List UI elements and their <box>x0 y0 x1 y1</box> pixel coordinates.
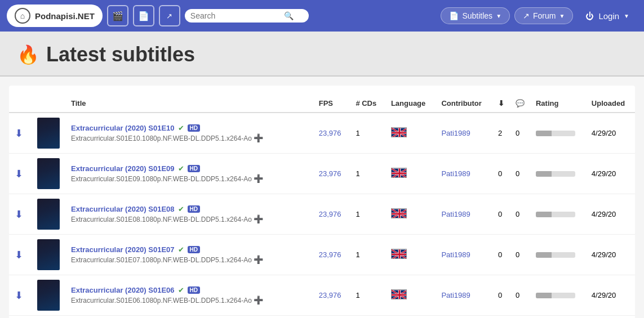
power-icon: ⏻ <box>585 11 594 21</box>
language-cell <box>385 154 436 194</box>
doc-icon-button[interactable]: 📄 <box>133 5 154 26</box>
flame-icon: 🔥 <box>17 44 39 65</box>
hd-badge: HD <box>188 205 200 213</box>
th-rating: Rating <box>530 95 586 113</box>
forum-menu[interactable]: ↗ Forum ▼ <box>514 7 573 24</box>
thumbnail <box>37 118 60 149</box>
title-cell: Extracurricular (2020) S01E09 ✔ HD Extra… <box>65 154 313 194</box>
cds-cell: 1 <box>350 113 385 154</box>
flag-uk <box>391 127 407 137</box>
rating-bar <box>536 252 575 258</box>
share-icon-button[interactable]: ↗ <box>159 5 180 26</box>
uploaded-cell: 4/29/20 <box>586 154 635 194</box>
title-link[interactable]: Extracurricular (2020) S01E06 <box>71 286 175 294</box>
language-cell <box>385 235 436 275</box>
download-icon[interactable]: ⬇ <box>15 168 23 180</box>
brand[interactable]: ⌂ Podnapisi.NET <box>7 5 103 27</box>
contributor-link[interactable]: Pati1989 <box>441 291 470 299</box>
contributor-link[interactable]: Pati1989 <box>441 129 470 137</box>
th-download <box>9 95 32 113</box>
download-icon[interactable]: ⬇ <box>15 290 23 301</box>
navbar: ⌂ Podnapisi.NET 🎬 📄 ↗ 🔍 📄 Subtitles ▼ ↗ … <box>0 0 644 32</box>
rating-fill <box>536 171 552 177</box>
download-icon[interactable]: ⬇ <box>15 128 23 139</box>
uploaded-cell: 4/29/20 <box>586 194 635 235</box>
rating-cell <box>530 154 586 194</box>
film-icon-button[interactable]: 🎬 <box>107 5 128 26</box>
login-arrow-icon: ▼ <box>624 13 629 19</box>
th-fps: FPS <box>313 95 350 113</box>
cds-cell: 1 <box>350 275 385 316</box>
search-button[interactable]: 🔍 <box>284 11 294 20</box>
contributor-cell: Pati1989 <box>436 275 492 316</box>
rating-fill <box>536 212 552 217</box>
contributor-link[interactable]: Pati1989 <box>441 250 470 259</box>
plus-icon[interactable]: ➕ <box>254 255 263 264</box>
flag-uk <box>391 208 407 218</box>
check-icon: ✔ <box>178 205 184 213</box>
table-row: ⬇ Extracurricular (2020) S01E08 ✔ HD Ext… <box>9 194 635 235</box>
plus-icon[interactable]: ➕ <box>254 295 263 304</box>
comments-cell: 0 <box>510 275 530 316</box>
uploaded-cell: 4/29/20 <box>586 275 635 316</box>
title-cell: Extracurricular (2020) S01E10 ✔ HD Extra… <box>65 113 313 154</box>
download-cell: ⬇ <box>9 194 32 235</box>
title-link[interactable]: Extracurricular (2020) S01E08 <box>71 205 175 213</box>
thumbnail <box>37 158 60 189</box>
contributor-link[interactable]: Pati1989 <box>441 210 470 218</box>
download-icon[interactable]: ⬇ <box>15 249 23 261</box>
search-input[interactable] <box>190 11 281 20</box>
download-cell: ⬇ <box>9 154 32 194</box>
contributor-cell: Pati1989 <box>436 235 492 275</box>
plus-icon[interactable]: ➕ <box>254 214 263 223</box>
filename: Extracurricular.S01E09.1080p.NF.WEB-DL.D… <box>71 174 308 183</box>
search-bar: 🔍 <box>185 9 309 23</box>
login-label: Login <box>598 11 619 21</box>
fps-cell: 23,976 <box>313 194 350 235</box>
thumbnail-cell <box>32 154 65 194</box>
language-cell <box>385 194 436 235</box>
uploaded-cell: 4/29/20 <box>586 235 635 275</box>
rating-cell <box>530 235 586 275</box>
th-comments: 💬 <box>510 95 530 113</box>
plus-icon[interactable]: ➕ <box>254 133 263 142</box>
title-link[interactable]: Extracurricular (2020) S01E07 <box>71 245 175 254</box>
nav-right-group: 📄 Subtitles ▼ ↗ Forum ▼ ⏻ Login ▼ <box>441 7 637 24</box>
downloads-cell: 0 <box>492 235 510 275</box>
rating-bar <box>536 212 575 217</box>
cds-cell: 1 <box>350 194 385 235</box>
download-cell: ⬇ <box>9 275 32 316</box>
subtitles-table: Title FPS # CDs Language Contributor ⬇ 💬… <box>9 95 635 316</box>
thumbnail-cell <box>32 275 65 316</box>
uploaded-cell: 4/29/20 <box>586 113 635 154</box>
download-icon[interactable]: ⬇ <box>15 209 23 220</box>
rating-cell <box>530 194 586 235</box>
download-cell: ⬇ <box>9 113 32 154</box>
download-cell: ⬇ <box>9 235 32 275</box>
comments-cell: 0 <box>510 113 530 154</box>
thumbnail-cell <box>32 113 65 154</box>
contributor-link[interactable]: Pati1989 <box>441 169 470 178</box>
title-cell: Extracurricular (2020) S01E08 ✔ HD Extra… <box>65 194 313 235</box>
brand-name: Podnapisi.NET <box>35 11 95 21</box>
th-thumb <box>32 95 65 113</box>
rating-bar <box>536 131 575 136</box>
language-cell <box>385 113 436 154</box>
main-content: Title FPS # CDs Language Contributor ⬇ 💬… <box>9 86 635 318</box>
thumbnail <box>37 199 60 230</box>
plus-icon[interactable]: ➕ <box>254 174 263 183</box>
hd-badge: HD <box>188 124 200 132</box>
rating-fill <box>536 131 552 136</box>
title-link[interactable]: Extracurricular (2020) S01E09 <box>71 164 175 173</box>
rating-cell <box>530 275 586 316</box>
rating-bar <box>536 293 575 298</box>
login-button[interactable]: ⏻ Login ▼ <box>578 8 637 24</box>
contributor-cell: Pati1989 <box>436 194 492 235</box>
table-row: ⬇ Extracurricular (2020) S01E10 ✔ HD Ext… <box>9 113 635 154</box>
title-cell: Extracurricular (2020) S01E06 ✔ HD Extra… <box>65 275 313 316</box>
filename: Extracurricular.S01E07.1080p.NF.WEB-DL.D… <box>71 255 308 264</box>
check-icon: ✔ <box>178 164 184 173</box>
check-icon: ✔ <box>178 124 184 132</box>
title-link[interactable]: Extracurricular (2020) S01E10 <box>71 124 175 132</box>
subtitles-menu[interactable]: 📄 Subtitles ▼ <box>441 7 510 24</box>
